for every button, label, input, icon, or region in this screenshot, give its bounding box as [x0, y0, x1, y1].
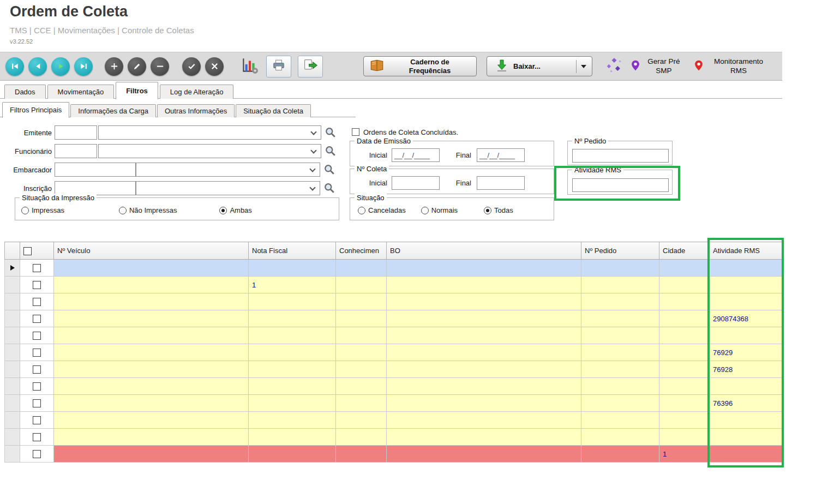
embarcador-search-icon[interactable] [323, 164, 335, 176]
embarcador-combo[interactable] [136, 163, 320, 177]
row-selector[interactable] [5, 260, 20, 277]
row-checkbox[interactable] [33, 365, 41, 374]
col-header-pedido[interactable]: Nº Pedido [581, 242, 659, 260]
cell-cidade[interactable] [659, 327, 710, 344]
row-checkbox[interactable] [33, 416, 41, 424]
cell-conhecimento[interactable] [336, 446, 387, 463]
cell-nota-fiscal[interactable] [249, 361, 336, 378]
table-row[interactable] [5, 293, 783, 310]
cell-bo[interactable] [387, 429, 581, 446]
cell-bo[interactable] [387, 260, 581, 277]
row-checkbox-cell[interactable] [20, 361, 54, 378]
cell-nota-fiscal[interactable] [249, 429, 336, 446]
cell-atividade-rms[interactable] [710, 429, 783, 446]
cell-bo[interactable] [387, 293, 581, 310]
cell-veiculo[interactable] [54, 429, 249, 446]
edit-record-button[interactable] [128, 57, 146, 76]
row-checkbox[interactable] [33, 450, 41, 458]
table-row[interactable]: 1 [5, 446, 783, 463]
row-checkbox-cell[interactable] [20, 293, 54, 310]
funcionario-code-input[interactable] [55, 144, 97, 158]
cell-cidade[interactable] [659, 310, 710, 327]
cell-veiculo[interactable] [54, 395, 249, 412]
row-checkbox[interactable] [33, 332, 41, 340]
cell-cidade[interactable] [659, 344, 710, 361]
cell-bo[interactable] [387, 378, 581, 395]
cell-conhecimento[interactable] [336, 327, 387, 344]
nav-first-button[interactable] [5, 57, 24, 76]
cell-pedido[interactable] [581, 310, 659, 327]
tab-log-de-alteracao[interactable]: Log de Alteração [160, 85, 234, 99]
row-checkbox-cell[interactable] [20, 277, 54, 293]
radio-normais[interactable]: Normais [421, 206, 458, 214]
cell-conhecimento[interactable] [336, 293, 387, 310]
cell-cidade[interactable] [659, 395, 710, 412]
row-checkbox-cell[interactable] [20, 412, 54, 429]
row-checkbox-cell[interactable] [20, 429, 54, 446]
cell-conhecimento[interactable] [336, 344, 387, 361]
col-header-conhecimento[interactable]: Conhecimen [336, 242, 387, 260]
concluidas-checkbox[interactable] [352, 128, 359, 136]
cell-conhecimento[interactable] [336, 277, 387, 293]
row-checkbox[interactable] [33, 315, 41, 323]
row-selector[interactable] [5, 327, 20, 344]
emitente-search-icon[interactable] [324, 127, 337, 139]
cell-pedido[interactable] [581, 361, 659, 378]
cell-cidade[interactable] [659, 412, 710, 429]
baixar-dropdown-caret[interactable] [581, 65, 586, 68]
cell-nota-fiscal[interactable] [249, 412, 336, 429]
cell-veiculo[interactable] [54, 327, 249, 344]
cell-atividade-rms[interactable]: 76928 [710, 361, 783, 378]
row-selector[interactable] [5, 310, 20, 327]
cell-conhecimento[interactable] [336, 378, 387, 395]
print-button[interactable] [266, 56, 291, 77]
table-row[interactable]: 290874368 [5, 310, 783, 327]
gerar-pre-smp-button[interactable]: Gerar Pré SMP [629, 57, 683, 76]
emitente-code-input[interactable] [55, 125, 97, 140]
tab-filtros[interactable]: Filtros [116, 82, 158, 99]
radio-impressas[interactable]: Impressas [21, 206, 64, 214]
subtab-filtros-principais[interactable]: Filtros Principais [2, 102, 69, 118]
nav-prev-button[interactable] [28, 57, 47, 76]
chart-settings-button[interactable] [240, 56, 259, 76]
cell-pedido[interactable] [581, 429, 659, 446]
monitoramento-rms-button[interactable]: Monitoramento RMS [693, 57, 769, 76]
cell-conhecimento[interactable] [336, 429, 387, 446]
row-checkbox-cell[interactable] [20, 446, 54, 463]
table-row[interactable]: 76929 [5, 344, 783, 361]
cell-conhecimento[interactable] [336, 361, 387, 378]
col-header-bo[interactable]: BO [387, 242, 581, 260]
row-selector[interactable] [5, 378, 20, 395]
cell-atividade-rms[interactable] [710, 277, 783, 293]
cell-cidade[interactable] [659, 378, 710, 395]
row-checkbox-cell[interactable] [20, 260, 54, 277]
add-record-button[interactable] [105, 57, 123, 76]
radio-todas[interactable]: Todas [484, 206, 513, 214]
row-selector[interactable] [5, 395, 20, 412]
table-row[interactable]: 76928 [5, 361, 783, 378]
cell-atividade-rms[interactable]: 290874368 [710, 310, 783, 327]
cell-veiculo[interactable] [54, 446, 249, 463]
inscricao-combo[interactable] [136, 181, 320, 195]
radio-canceladas[interactable]: Canceladas [358, 206, 406, 214]
export-button[interactable] [298, 56, 323, 77]
tab-movimentacao[interactable]: Movimentação [47, 85, 115, 99]
cell-atividade-rms[interactable] [710, 378, 783, 395]
col-header-cidade[interactable]: Cidade [659, 242, 710, 260]
funcionario-combo[interactable] [98, 144, 321, 158]
cell-pedido[interactable] [581, 277, 659, 293]
cell-nota-fiscal[interactable] [249, 395, 336, 412]
row-checkbox-cell[interactable] [20, 344, 54, 361]
numero-pedido-input[interactable] [572, 149, 669, 163]
embarcador-code-input[interactable] [55, 163, 136, 177]
delete-record-button[interactable] [151, 57, 169, 76]
gps-button[interactable] [605, 57, 623, 76]
row-checkbox-cell[interactable] [20, 327, 54, 344]
emitente-combo[interactable] [98, 125, 321, 140]
tab-dados[interactable]: Dados [4, 85, 46, 99]
atividade-rms-input[interactable] [572, 178, 669, 192]
cell-pedido[interactable] [581, 293, 659, 310]
cell-atividade-rms[interactable] [710, 412, 783, 429]
table-row[interactable]: 1 [5, 277, 783, 293]
row-selector[interactable] [5, 277, 20, 293]
